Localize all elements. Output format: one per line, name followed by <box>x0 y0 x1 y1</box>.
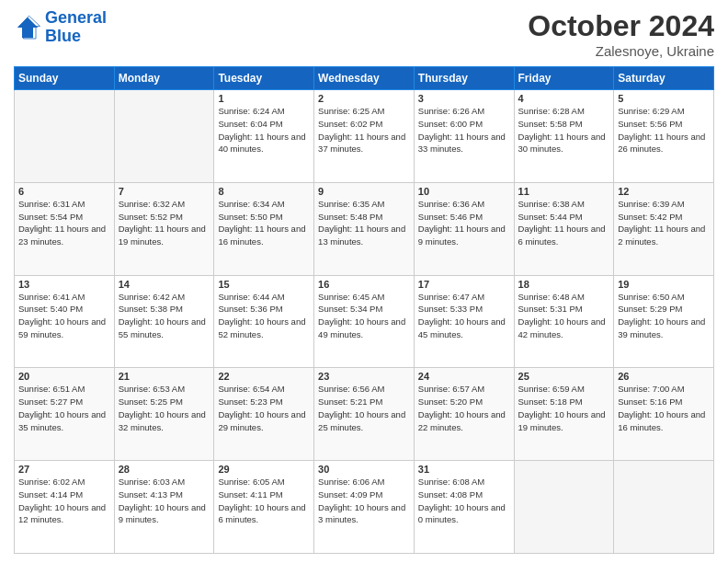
daylight-text: Daylight: 10 hours and 9 minutes. <box>119 501 210 527</box>
calendar-cell: 9Sunrise: 6:35 AMSunset: 5:48 PMDaylight… <box>314 182 415 275</box>
daylight-text: Daylight: 11 hours and 30 minutes. <box>518 131 610 156</box>
calendar-cell: 16Sunrise: 6:45 AMSunset: 5:34 PMDayligh… <box>314 275 415 368</box>
day-number: 26 <box>618 371 710 382</box>
calendar-cell: 23Sunrise: 6:56 AMSunset: 5:21 PMDayligh… <box>314 368 415 461</box>
sunrise-text: Sunrise: 6:38 AM <box>518 198 610 211</box>
calendar-cell: 29Sunrise: 6:05 AMSunset: 4:11 PMDayligh… <box>214 461 314 554</box>
daylight-text: Daylight: 11 hours and 37 minutes. <box>318 131 410 156</box>
sunset-text: Sunset: 5:18 PM <box>518 396 610 408</box>
sunrise-text: Sunrise: 6:06 AM <box>318 476 410 488</box>
day-info: Sunrise: 6:59 AMSunset: 5:18 PMDaylight:… <box>518 383 610 433</box>
day-number: 7 <box>119 186 210 197</box>
calendar-cell <box>614 461 714 554</box>
day-info: Sunrise: 6:44 AMSunset: 5:36 PMDaylight:… <box>218 291 310 341</box>
day-number: 24 <box>418 371 510 382</box>
sunrise-text: Sunrise: 6:59 AM <box>518 383 610 396</box>
daylight-text: Daylight: 11 hours and 9 minutes. <box>418 223 510 248</box>
calendar-cell: 1Sunrise: 6:24 AMSunset: 6:04 PMDaylight… <box>214 90 314 183</box>
calendar-cell: 27Sunrise: 6:02 AMSunset: 4:14 PMDayligh… <box>15 461 115 554</box>
day-number: 4 <box>518 93 610 104</box>
day-info: Sunrise: 6:50 AMSunset: 5:29 PMDaylight:… <box>618 291 710 341</box>
sunset-text: Sunset: 5:58 PM <box>518 118 610 131</box>
calendar-cell: 3Sunrise: 6:26 AMSunset: 6:00 PMDaylight… <box>414 90 514 183</box>
daylight-text: Daylight: 10 hours and 6 minutes. <box>218 501 310 527</box>
sunrise-text: Sunrise: 6:34 AM <box>218 198 310 211</box>
day-number: 14 <box>119 279 210 290</box>
daylight-text: Daylight: 11 hours and 6 minutes. <box>518 223 610 248</box>
sunset-text: Sunset: 4:13 PM <box>119 488 210 501</box>
calendar-cell: 26Sunrise: 7:00 AMSunset: 5:16 PMDayligh… <box>614 368 714 461</box>
daylight-text: Daylight: 11 hours and 23 minutes. <box>18 223 110 248</box>
daylight-text: Daylight: 10 hours and 3 minutes. <box>318 501 410 527</box>
sunset-text: Sunset: 6:04 PM <box>218 118 310 131</box>
calendar-week-5: 27Sunrise: 6:02 AMSunset: 4:14 PMDayligh… <box>15 461 714 554</box>
weekday-header-row: SundayMondayTuesdayWednesdayThursdayFrid… <box>15 67 714 90</box>
sunrise-text: Sunrise: 6:02 AM <box>18 476 110 488</box>
sunset-text: Sunset: 5:23 PM <box>218 396 310 408</box>
calendar-cell: 17Sunrise: 6:47 AMSunset: 5:33 PMDayligh… <box>414 275 514 368</box>
daylight-text: Daylight: 10 hours and 49 minutes. <box>318 316 410 341</box>
daylight-text: Daylight: 10 hours and 29 minutes. <box>218 408 310 434</box>
calendar-cell: 13Sunrise: 6:41 AMSunset: 5:40 PMDayligh… <box>15 275 115 368</box>
sunset-text: Sunset: 5:36 PM <box>218 303 310 316</box>
day-number: 5 <box>618 93 710 104</box>
day-info: Sunrise: 6:08 AMSunset: 4:08 PMDaylight:… <box>418 476 510 526</box>
daylight-text: Daylight: 10 hours and 22 minutes. <box>418 408 510 434</box>
daylight-text: Daylight: 11 hours and 19 minutes. <box>119 223 210 248</box>
calendar-week-4: 20Sunrise: 6:51 AMSunset: 5:27 PMDayligh… <box>15 368 714 461</box>
day-info: Sunrise: 6:26 AMSunset: 6:00 PMDaylight:… <box>418 105 510 155</box>
day-info: Sunrise: 6:47 AMSunset: 5:33 PMDaylight:… <box>418 291 510 341</box>
sunset-text: Sunset: 5:52 PM <box>119 211 210 224</box>
day-info: Sunrise: 6:45 AMSunset: 5:34 PMDaylight:… <box>318 291 410 341</box>
day-info: Sunrise: 6:41 AMSunset: 5:40 PMDaylight:… <box>18 291 110 341</box>
calendar-week-3: 13Sunrise: 6:41 AMSunset: 5:40 PMDayligh… <box>15 275 714 368</box>
daylight-text: Daylight: 10 hours and 45 minutes. <box>418 316 510 341</box>
daylight-text: Daylight: 11 hours and 26 minutes. <box>618 131 710 156</box>
calendar-week-1: 1Sunrise: 6:24 AMSunset: 6:04 PMDaylight… <box>15 90 714 183</box>
day-number: 1 <box>218 93 310 104</box>
sunrise-text: Sunrise: 6:29 AM <box>618 105 710 118</box>
sunset-text: Sunset: 4:11 PM <box>218 488 310 501</box>
calendar-cell: 30Sunrise: 6:06 AMSunset: 4:09 PMDayligh… <box>314 461 415 554</box>
sunrise-text: Sunrise: 6:26 AM <box>418 105 510 118</box>
day-number: 29 <box>218 464 310 475</box>
sunrise-text: Sunrise: 6:35 AM <box>318 198 410 211</box>
daylight-text: Daylight: 10 hours and 39 minutes. <box>618 316 710 341</box>
calendar-cell: 15Sunrise: 6:44 AMSunset: 5:36 PMDayligh… <box>214 275 314 368</box>
sunset-text: Sunset: 5:21 PM <box>318 396 410 408</box>
daylight-text: Daylight: 10 hours and 55 minutes. <box>119 316 210 341</box>
calendar-cell: 24Sunrise: 6:57 AMSunset: 5:20 PMDayligh… <box>414 368 514 461</box>
sunset-text: Sunset: 6:00 PM <box>418 118 510 131</box>
sunrise-text: Sunrise: 6:36 AM <box>418 198 510 211</box>
sunrise-text: Sunrise: 6:54 AM <box>218 383 310 396</box>
day-number: 13 <box>18 279 110 290</box>
day-info: Sunrise: 6:03 AMSunset: 4:13 PMDaylight:… <box>119 476 210 526</box>
sunset-text: Sunset: 5:56 PM <box>618 118 710 131</box>
sunset-text: Sunset: 4:14 PM <box>18 488 110 501</box>
day-number: 16 <box>318 279 410 290</box>
calendar-cell: 18Sunrise: 6:48 AMSunset: 5:31 PMDayligh… <box>514 275 614 368</box>
day-info: Sunrise: 6:32 AMSunset: 5:52 PMDaylight:… <box>119 198 210 248</box>
day-number: 2 <box>318 93 410 104</box>
day-number: 12 <box>618 186 710 197</box>
day-number: 20 <box>18 371 110 382</box>
sunrise-text: Sunrise: 6:03 AM <box>119 476 210 488</box>
sunset-text: Sunset: 5:27 PM <box>18 396 110 408</box>
sunset-text: Sunset: 5:29 PM <box>618 303 710 316</box>
daylight-text: Daylight: 10 hours and 59 minutes. <box>18 316 110 341</box>
logo-icon <box>14 14 41 41</box>
daylight-text: Daylight: 11 hours and 33 minutes. <box>418 131 510 156</box>
day-info: Sunrise: 6:42 AMSunset: 5:38 PMDaylight:… <box>119 291 210 341</box>
sunrise-text: Sunrise: 6:53 AM <box>119 383 210 396</box>
title-block: October 2024 Zalesnoye, Ukraine <box>528 9 714 59</box>
sunrise-text: Sunrise: 6:28 AM <box>518 105 610 118</box>
sunset-text: Sunset: 5:38 PM <box>119 303 210 316</box>
location: Zalesnoye, Ukraine <box>528 43 714 59</box>
day-number: 31 <box>418 464 510 475</box>
sunset-text: Sunset: 5:33 PM <box>418 303 510 316</box>
daylight-text: Daylight: 11 hours and 40 minutes. <box>218 131 310 156</box>
svg-marker-0 <box>17 17 39 39</box>
daylight-text: Daylight: 10 hours and 12 minutes. <box>18 501 110 527</box>
calendar-cell: 20Sunrise: 6:51 AMSunset: 5:27 PMDayligh… <box>15 368 115 461</box>
calendar-table: SundayMondayTuesdayWednesdayThursdayFrid… <box>14 66 714 554</box>
